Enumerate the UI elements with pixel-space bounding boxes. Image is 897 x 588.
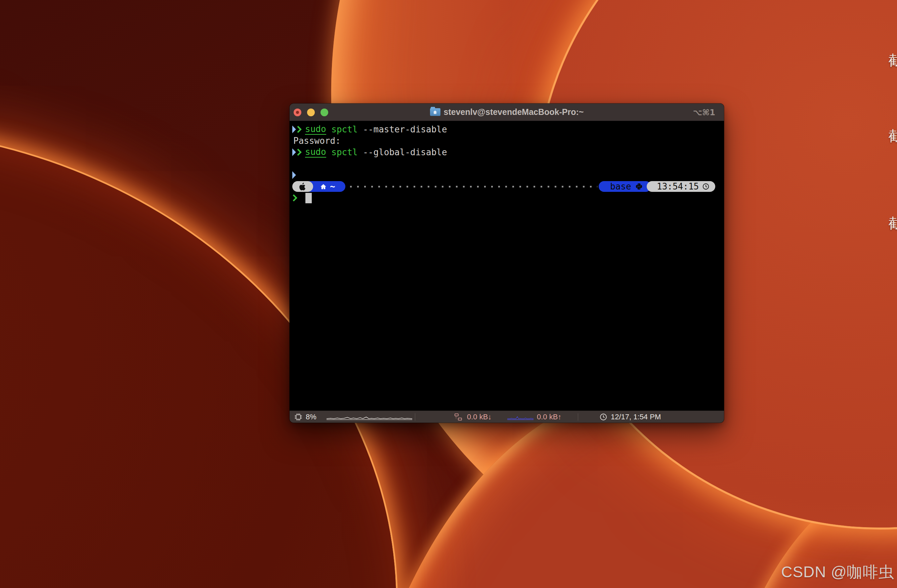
cpu-percent: 8% (306, 413, 317, 421)
csdn-watermark: CSDN @咖啡虫 (781, 562, 894, 583)
network-up-label: 0.0 kB↑ (537, 413, 562, 421)
empty-line (292, 158, 724, 169)
network-throughput-icon (454, 413, 462, 421)
command-sudo: sudo (305, 147, 326, 158)
home-path-label: ~ (330, 181, 335, 191)
prompt-chevron-icon (297, 126, 302, 133)
command-args: --master-disable (363, 124, 447, 135)
text-cursor (305, 193, 312, 203)
prompt-triangle-icon (292, 149, 296, 156)
command-line: sudospctl--global-disable (292, 147, 724, 158)
network-down-label: 0.0 kB↓ (467, 413, 491, 421)
terminal-input-line[interactable] (292, 192, 724, 204)
window-controls (294, 109, 328, 116)
window-title: stevenlv@stevendeMacBook-Pro:~ (444, 107, 584, 117)
network-sparkline (507, 413, 534, 421)
close-button[interactable] (294, 109, 302, 116)
clock-icon (702, 183, 710, 190)
conda-env-segment: base (599, 181, 651, 192)
command-line: sudospctl--master-disable (292, 124, 724, 135)
time-segment: 13:54:15 (647, 181, 715, 192)
prompt-chevron-icon (292, 194, 297, 202)
close-dot-icon (296, 111, 299, 114)
prompt-connector-line (292, 169, 724, 181)
minimize-button[interactable] (307, 109, 315, 116)
terminal-content[interactable]: sudospctl--master-disable Password: sudo… (289, 121, 724, 410)
command-args: --global-disable (363, 147, 447, 157)
clipped-screenshot-label: 截 (888, 214, 897, 233)
command-program: spctl (331, 124, 357, 135)
zoom-button[interactable] (320, 109, 328, 116)
time-label: 13:54:15 (657, 181, 699, 191)
apple-logo-icon (298, 182, 306, 191)
status-datetime: 12/17, 1:54 PM (611, 413, 661, 421)
status-separator (415, 413, 415, 421)
cpu-sparkline (326, 413, 412, 421)
os-segment (292, 181, 313, 192)
title-group: stevenlv@stevendeMacBook-Pro:~ (430, 107, 584, 117)
command-sudo: sudo (305, 124, 326, 135)
folder-home-icon (430, 108, 441, 116)
clipped-screenshot-label: 截 (888, 127, 897, 145)
cpu-chip-icon (294, 413, 303, 421)
home-icon (320, 183, 327, 190)
command-program: spctl (331, 147, 357, 157)
terminal-window[interactable]: stevenlv@stevendeMacBook-Pro:~ ⌥⌘1 sudos… (289, 104, 724, 423)
password-prompt-text: Password: (292, 136, 341, 146)
desktop: 截 截 截 CSDN @咖啡虫 stevenlv@stevendeMacBook… (0, 0, 897, 588)
python-icon (635, 183, 643, 190)
conda-env-label: base (610, 181, 631, 191)
clipped-screenshot-label: 截 (888, 51, 897, 70)
prompt-triangle-icon (292, 126, 296, 133)
status-separator (578, 413, 578, 421)
prompt-triangle-icon (292, 172, 296, 179)
terminal-status-bar: 8% 0.0 kB↓ 0.0 kB↑ 12/17, 1:54 PM (289, 410, 724, 423)
dotted-filler (350, 186, 597, 187)
window-titlebar[interactable]: stevenlv@stevendeMacBook-Pro:~ ⌥⌘1 (289, 104, 724, 121)
powerline-prompt-bar: ~ base 13:54:15 (292, 181, 722, 192)
prompt-chevron-icon (297, 148, 302, 156)
tab-shortcut-label: ⌥⌘1 (693, 108, 715, 117)
output-line: Password: (292, 135, 724, 147)
clock-icon (599, 413, 608, 421)
